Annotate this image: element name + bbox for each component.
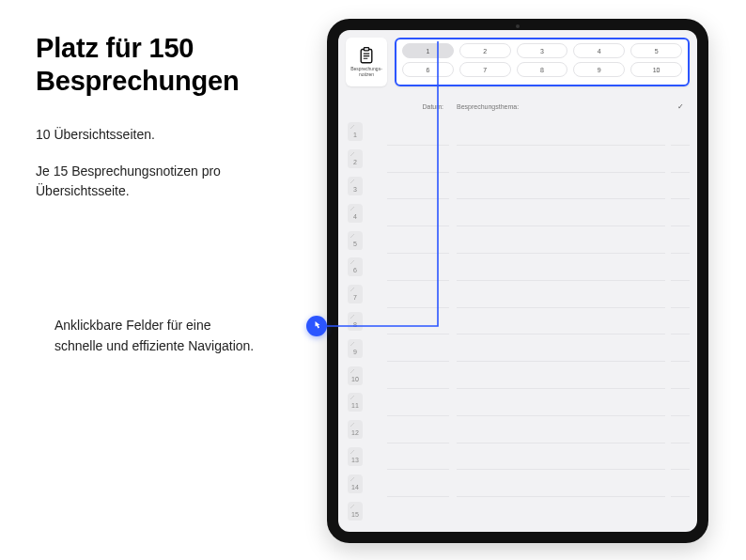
row-link-3[interactable]: 3 xyxy=(348,177,363,195)
note-row: 5 xyxy=(346,226,690,254)
row-link-8[interactable]: 8 xyxy=(348,312,363,331)
headline-line-1: Platz für 150 xyxy=(36,33,194,63)
camera-dot xyxy=(516,24,520,28)
top-toolbar: Besprechungs- notizen 12345 678910 xyxy=(346,38,690,86)
topic-cell[interactable] xyxy=(457,389,665,416)
note-row: 1 xyxy=(346,118,690,146)
check-cell[interactable] xyxy=(671,470,690,497)
overview-page-2[interactable]: 2 xyxy=(459,43,511,58)
marketing-copy: Platz für 150 Besprechungen 10 Übersicht… xyxy=(36,32,318,201)
row-link-2[interactable]: 2 xyxy=(348,149,363,168)
note-row: 11 xyxy=(346,389,690,416)
overview-page-10[interactable]: 10 xyxy=(630,62,682,77)
topic-cell[interactable] xyxy=(457,470,665,497)
date-cell[interactable] xyxy=(387,443,449,471)
overview-page-1[interactable]: 1 xyxy=(402,43,454,58)
row-link-1[interactable]: 1 xyxy=(348,122,363,141)
date-cell[interactable] xyxy=(387,416,449,443)
note-row: 15 xyxy=(346,497,690,524)
overview-page-7[interactable]: 7 xyxy=(459,62,511,77)
check-cell[interactable] xyxy=(671,146,690,173)
note-row: 4 xyxy=(346,199,690,226)
overview-page-5[interactable]: 5 xyxy=(630,43,682,58)
headline-line-2: Besprechungen xyxy=(36,66,240,96)
row-link-7[interactable]: 7 xyxy=(348,285,363,303)
date-cell[interactable] xyxy=(387,173,449,200)
callout-line-2: schnelle und effiziente Navigation. xyxy=(54,338,254,353)
check-cell[interactable] xyxy=(671,173,690,200)
topic-cell[interactable] xyxy=(457,254,665,281)
date-cell[interactable] xyxy=(387,470,449,497)
check-cell[interactable] xyxy=(671,281,690,308)
date-cell[interactable] xyxy=(387,254,449,281)
topic-cell[interactable] xyxy=(457,173,665,200)
topic-cell[interactable] xyxy=(457,308,665,335)
ipad-device-frame: Besprechungs- notizen 12345 678910 Datum… xyxy=(327,19,708,543)
callout-clickable-fields: Anklickbare Felder für eine schnelle und… xyxy=(54,316,299,356)
check-cell[interactable] xyxy=(671,416,690,443)
overview-page-9[interactable]: 9 xyxy=(573,62,625,77)
date-cell[interactable] xyxy=(387,146,449,173)
check-cell[interactable] xyxy=(671,254,690,281)
check-cell[interactable] xyxy=(671,308,690,335)
check-cell[interactable] xyxy=(671,443,690,471)
check-cell[interactable] xyxy=(671,226,690,254)
date-cell[interactable] xyxy=(387,118,449,146)
topic-cell[interactable] xyxy=(457,334,665,362)
note-row: 8 xyxy=(346,308,690,335)
overview-page-3[interactable]: 3 xyxy=(517,43,568,58)
date-cell[interactable] xyxy=(387,281,449,308)
topic-cell[interactable] xyxy=(457,416,665,443)
clipboard-icon xyxy=(359,47,374,64)
check-cell[interactable] xyxy=(671,118,690,146)
date-cell[interactable] xyxy=(387,308,449,335)
topic-cell[interactable] xyxy=(457,199,665,226)
subtext-notes-per-page: Je 15 Besprechungsnotizen pro Übersichts… xyxy=(36,162,318,201)
row-link-5[interactable]: 5 xyxy=(348,231,363,250)
date-cell[interactable] xyxy=(387,362,449,389)
overview-page-4[interactable]: 4 xyxy=(573,43,625,58)
notes-home-button[interactable]: Besprechungs- notizen xyxy=(346,38,387,86)
check-cell[interactable] xyxy=(671,497,690,524)
col-header-topic: Besprechungsthema: xyxy=(449,103,671,110)
row-link-14[interactable]: 14 xyxy=(348,474,363,493)
date-cell[interactable] xyxy=(387,389,449,416)
check-cell[interactable] xyxy=(671,362,690,389)
row-link-12[interactable]: 12 xyxy=(348,420,363,439)
date-cell[interactable] xyxy=(387,497,449,524)
row-link-15[interactable]: 15 xyxy=(348,502,363,521)
note-row: 12 xyxy=(346,416,690,443)
topic-cell[interactable] xyxy=(457,226,665,254)
note-row: 14 xyxy=(346,470,690,497)
row-link-9[interactable]: 9 xyxy=(348,339,363,358)
callout-line-1: Anklickbare Felder für eine xyxy=(54,318,211,333)
topic-cell[interactable] xyxy=(457,443,665,471)
topic-cell[interactable] xyxy=(457,362,665,389)
date-cell[interactable] xyxy=(387,226,449,254)
note-row: 3 xyxy=(346,173,690,200)
topic-cell[interactable] xyxy=(457,118,665,146)
topic-cell[interactable] xyxy=(457,281,665,308)
pointer-icon xyxy=(306,316,327,336)
row-link-10[interactable]: 10 xyxy=(348,366,363,385)
topic-cell[interactable] xyxy=(457,497,665,524)
row-link-6[interactable]: 6 xyxy=(348,257,363,276)
note-row: 9 xyxy=(346,334,690,362)
check-cell[interactable] xyxy=(671,334,690,362)
date-cell[interactable] xyxy=(387,199,449,226)
row-link-4[interactable]: 4 xyxy=(348,204,363,223)
row-link-11[interactable]: 11 xyxy=(348,393,363,412)
col-header-check: ✓ xyxy=(671,102,690,111)
overview-page-6[interactable]: 6 xyxy=(402,62,454,77)
overview-page-8[interactable]: 8 xyxy=(517,62,568,77)
notes-home-label: Besprechungs- notizen xyxy=(350,67,382,77)
date-cell[interactable] xyxy=(387,334,449,362)
check-cell[interactable] xyxy=(671,199,690,226)
topic-cell[interactable] xyxy=(457,146,665,173)
note-row: 13 xyxy=(346,443,690,471)
row-link-13[interactable]: 13 xyxy=(348,447,363,466)
check-cell[interactable] xyxy=(671,389,690,416)
note-row: 7 xyxy=(346,281,690,308)
svg-rect-1 xyxy=(364,48,368,51)
note-row: 6 xyxy=(346,254,690,281)
